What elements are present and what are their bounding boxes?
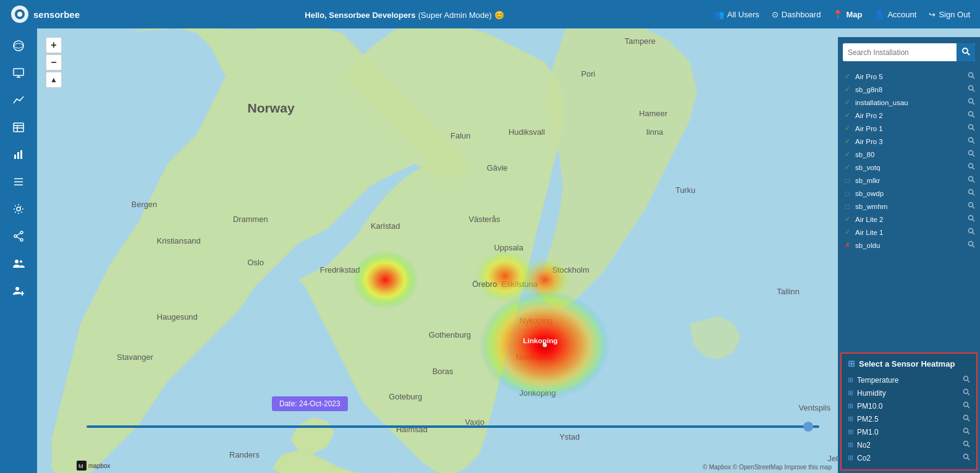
- map-pin-icon: 📍: [833, 10, 843, 19]
- install-item-air-pro-3[interactable]: ✓ Air Pro 3: [838, 135, 980, 148]
- sidebar-list-icon[interactable]: [7, 171, 30, 193]
- timeline-slider[interactable]: [74, 417, 832, 436]
- sensor-item-temperature[interactable]: ⊞ Temperature: [842, 373, 976, 386]
- svg-point-85: [969, 112, 973, 116]
- svg-text:Drammen: Drammen: [233, 215, 268, 224]
- install-search-air-lite-1[interactable]: [968, 228, 975, 237]
- svg-point-79: [969, 73, 973, 77]
- app-logo[interactable]: sensorbee: [10, 4, 80, 24]
- install-item-sb-mlkr[interactable]: □ sb_mlkr: [838, 174, 980, 187]
- slider-track[interactable]: [87, 425, 819, 428]
- install-item-air-pro-1[interactable]: ✓ Air Pro 1: [838, 122, 980, 135]
- sensor-list: ⊞ Temperature ⊞ Humidity ⊞ PM10.0 ⊞ P: [842, 373, 976, 464]
- sensor-search-humidity[interactable]: [963, 388, 970, 398]
- svg-line-114: [968, 419, 969, 421]
- search-button[interactable]: [957, 43, 975, 61]
- install-search-air-lite-2[interactable]: [968, 215, 975, 224]
- svg-point-101: [969, 216, 973, 220]
- svg-point-17: [17, 207, 20, 211]
- sensor-search-no2[interactable]: [963, 440, 970, 450]
- install-item-air-lite-1[interactable]: ✓ Air Lite 1: [838, 226, 980, 239]
- sidebar-team-icon[interactable]: [7, 252, 30, 275]
- install-item-air-lite-2[interactable]: ✓ Air Lite 2: [838, 213, 980, 226]
- sidebar-table-icon[interactable]: [7, 116, 30, 138]
- sensor-search-pm25[interactable]: [963, 414, 970, 424]
- install-item-sb-80[interactable]: ✓ sb_80: [838, 148, 980, 161]
- sensor-search-pm10[interactable]: [963, 401, 970, 411]
- nav-all-users[interactable]: 👥 All Users: [714, 10, 759, 19]
- nav-sign-out[interactable]: ↪ Sign Out: [929, 10, 970, 19]
- install-search-sb-mlkr[interactable]: [968, 176, 975, 185]
- install-check-air-pro-5: ✓: [843, 72, 851, 81]
- svg-rect-4: [14, 69, 23, 75]
- left-sidebar: [0, 28, 37, 473]
- compass-button[interactable]: ▲: [46, 72, 62, 88]
- install-name-air-pro-5: Air Pro 5: [855, 73, 968, 80]
- install-item-installation-usau[interactable]: ✓ installation_usau: [838, 96, 980, 109]
- sensor-item-pm10[interactable]: ⊞ PM10.0: [842, 399, 976, 412]
- header-navigation: 👥 All Users ⊙ Dashboard 📍 Map 👤 Account …: [714, 10, 970, 19]
- sidebar-chart-icon[interactable]: [7, 89, 30, 111]
- zoom-in-button[interactable]: +: [46, 37, 62, 53]
- install-item-sb-owdp[interactable]: □ sb_owdp: [838, 187, 980, 200]
- svg-line-88: [973, 129, 974, 130]
- nav-account[interactable]: 👤 Account: [874, 10, 916, 19]
- install-check-sb-wmhm: □: [843, 202, 851, 211]
- install-search-sb-votq[interactable]: [968, 163, 975, 172]
- installation-list[interactable]: ✓ Air Pro 5 ✓ sb_g8n8 ✓ installation_usa…: [838, 67, 980, 350]
- sidebar-map-icon[interactable]: [7, 35, 30, 57]
- install-item-sb-votq[interactable]: ✓ sb_votq: [838, 161, 980, 174]
- sensor-name-co2: Co2: [857, 454, 963, 462]
- sensor-item-pm25[interactable]: ⊞ PM2.5: [842, 412, 976, 425]
- sensor-item-co2[interactable]: ⊞ Co2: [842, 451, 976, 464]
- install-search-air-pro-5[interactable]: [968, 72, 975, 81]
- install-search-sb-oldu[interactable]: [968, 241, 975, 250]
- sensor-name-no2: No2: [857, 441, 963, 450]
- svg-line-116: [968, 432, 969, 434]
- install-item-sb-wmhm[interactable]: □ sb_wmhm: [838, 200, 980, 213]
- install-search-air-pro-2[interactable]: [968, 111, 975, 120]
- svg-rect-7: [14, 123, 23, 132]
- svg-point-20: [20, 239, 23, 241]
- install-search-sb-g8n8[interactable]: [968, 85, 975, 94]
- search-input[interactable]: [843, 45, 957, 61]
- svg-text:Norway: Norway: [247, 101, 295, 115]
- sidebar-gear-icon[interactable]: [7, 198, 30, 220]
- slider-thumb[interactable]: [803, 422, 813, 432]
- svg-line-94: [973, 168, 974, 169]
- zoom-out-button[interactable]: −: [46, 54, 62, 70]
- sensor-search-temperature[interactable]: [963, 375, 970, 385]
- install-item-air-pro-2[interactable]: ✓ Air Pro 2: [838, 109, 980, 122]
- sensor-search-pm10-2[interactable]: [963, 427, 970, 437]
- nav-dashboard[interactable]: ⊙ Dashboard: [772, 10, 821, 19]
- install-item-air-pro-5[interactable]: ✓ Air Pro 5: [838, 70, 980, 83]
- install-search-air-pro-3[interactable]: [968, 137, 975, 146]
- svg-line-110: [968, 393, 969, 395]
- sensor-name-pm10: PM10.0: [857, 402, 963, 411]
- sensor-item-pm10-2[interactable]: ⊞ PM1.0: [842, 425, 976, 438]
- svg-point-89: [969, 138, 973, 142]
- nav-map[interactable]: 📍 Map: [833, 10, 862, 19]
- svg-rect-13: [20, 150, 22, 159]
- heatmap-grid-icon: ⊞: [848, 359, 855, 369]
- sidebar-bar-chart-icon[interactable]: [7, 143, 30, 166]
- sensor-item-humidity[interactable]: ⊞ Humidity: [842, 386, 976, 399]
- install-item-sb-g8n8[interactable]: ✓ sb_g8n8: [838, 83, 980, 96]
- sensor-item-no2[interactable]: ⊞ No2: [842, 438, 976, 451]
- install-check-sb-mlkr: □: [843, 176, 851, 185]
- install-search-sb-owdp[interactable]: [968, 189, 975, 198]
- date-label: Date: 24-Oct-2023: [272, 396, 348, 411]
- sidebar-monitor-icon[interactable]: [7, 62, 30, 84]
- sensor-search-co2[interactable]: [963, 453, 970, 462]
- install-search-installation-usau[interactable]: [968, 98, 975, 107]
- install-search-sb-80[interactable]: [968, 150, 975, 159]
- dashboard-icon: ⊙: [772, 10, 779, 19]
- sidebar-share-icon[interactable]: [7, 225, 30, 247]
- install-name-installation-usau: installation_usau: [855, 99, 968, 106]
- install-search-air-pro-1[interactable]: [968, 124, 975, 133]
- install-search-sb-wmhm[interactable]: [968, 202, 975, 211]
- svg-line-100: [973, 207, 974, 208]
- install-item-sb-oldu[interactable]: ✗ sb_oldu: [838, 239, 980, 252]
- svg-point-105: [969, 242, 973, 246]
- sidebar-user-plus-icon[interactable]: [7, 279, 30, 302]
